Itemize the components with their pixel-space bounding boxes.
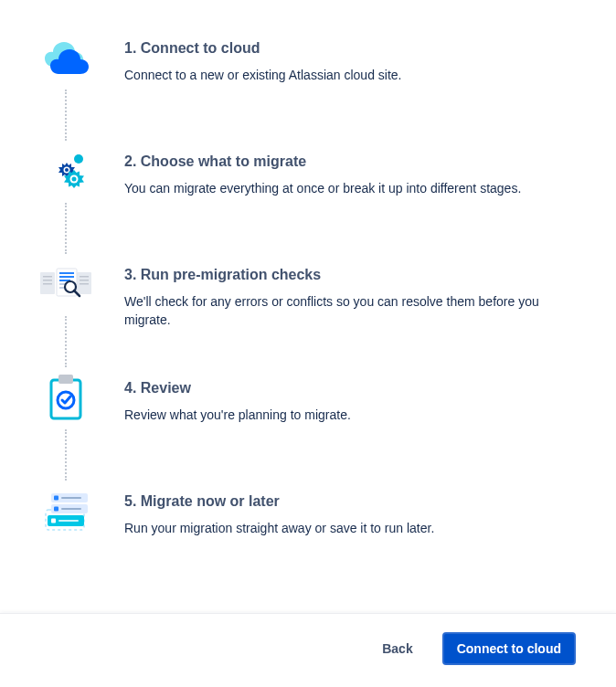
step-connector bbox=[65, 429, 67, 481]
step-premigration-checks: 3. Run pre-migration checks We'll check … bbox=[37, 263, 579, 376]
svg-point-3 bbox=[65, 168, 69, 172]
svg-rect-11 bbox=[80, 276, 89, 278]
svg-rect-23 bbox=[58, 375, 73, 384]
step-connector bbox=[65, 203, 67, 254]
step-choose-migrate: 2. Choose what to migrate You can migrat… bbox=[37, 150, 579, 263]
footer-bar: Back Connect to cloud bbox=[0, 613, 616, 687]
back-button[interactable]: Back bbox=[378, 634, 416, 663]
svg-rect-15 bbox=[59, 272, 74, 274]
svg-rect-30 bbox=[54, 507, 58, 512]
step-connector bbox=[65, 90, 67, 141]
step-migrate-now-later: 5. Migrate now or later Run your migrati… bbox=[37, 490, 579, 537]
svg-rect-8 bbox=[43, 280, 52, 281]
svg-rect-34 bbox=[58, 520, 79, 522]
svg-rect-33 bbox=[51, 519, 56, 523]
step-title: 1. Connect to cloud bbox=[124, 40, 579, 57]
step-description: Run your migration straight away or save… bbox=[124, 519, 579, 537]
step-connect-cloud: 1. Connect to cloud Connect to a new or … bbox=[37, 37, 579, 150]
document-search-icon bbox=[37, 263, 95, 307]
step-title: 4. Review bbox=[124, 380, 579, 396]
connect-to-cloud-button[interactable]: Connect to cloud bbox=[442, 632, 576, 665]
svg-rect-22 bbox=[51, 380, 80, 418]
step-description: You can migrate everything at once or br… bbox=[124, 179, 579, 197]
svg-rect-9 bbox=[43, 283, 52, 285]
step-description: Review what you're planning to migrate. bbox=[124, 406, 579, 424]
step-title: 3. Run pre-migration checks bbox=[124, 267, 579, 283]
clipboard-check-icon bbox=[37, 376, 95, 420]
step-review: 4. Review Review what you're planning to… bbox=[37, 376, 579, 490]
svg-point-5 bbox=[72, 177, 77, 182]
step-connector bbox=[65, 316, 67, 367]
svg-rect-7 bbox=[43, 276, 52, 278]
step-title: 5. Migrate now or later bbox=[124, 493, 579, 510]
gears-icon bbox=[37, 150, 95, 194]
svg-rect-27 bbox=[54, 496, 58, 501]
step-title: 2. Choose what to migrate bbox=[124, 153, 579, 170]
step-description: Connect to a new or existing Atlassian c… bbox=[124, 66, 579, 84]
svg-point-0 bbox=[74, 154, 83, 164]
cloud-icon bbox=[37, 37, 95, 80]
svg-rect-12 bbox=[80, 280, 89, 281]
migrate-tasks-icon bbox=[37, 490, 95, 534]
svg-rect-28 bbox=[61, 497, 81, 499]
step-description: We'll check for any errors or conflicts … bbox=[124, 292, 579, 330]
svg-rect-13 bbox=[80, 283, 89, 285]
svg-rect-31 bbox=[61, 508, 81, 510]
migration-steps-panel: 1. Connect to cloud Connect to a new or … bbox=[0, 0, 616, 555]
svg-rect-16 bbox=[59, 276, 74, 278]
